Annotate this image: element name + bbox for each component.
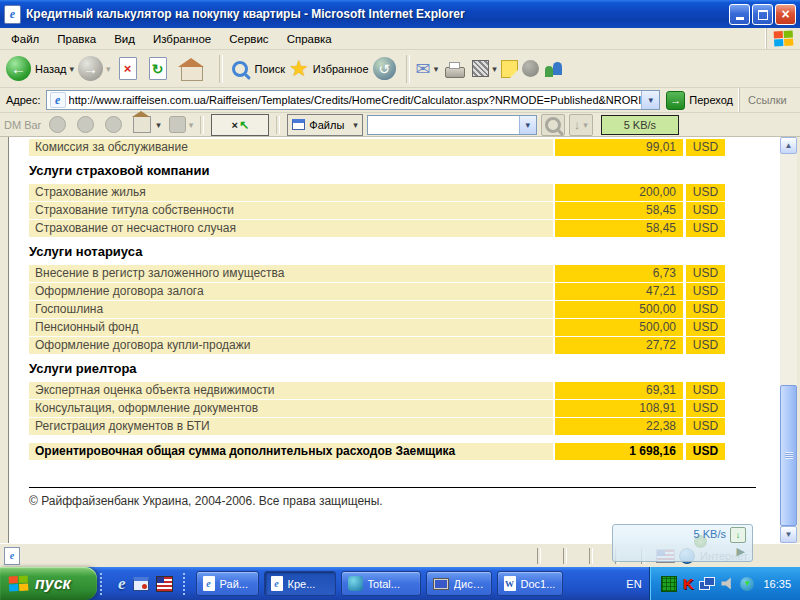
search-button[interactable]: Поиск: [229, 61, 285, 77]
section-title: Услуги страховой компании: [29, 163, 780, 179]
dm-search-button[interactable]: [541, 114, 565, 136]
restore-button[interactable]: [752, 4, 773, 25]
menu-view[interactable]: Вид: [105, 30, 144, 48]
close-button[interactable]: ×: [775, 4, 796, 25]
tray-download-manager-icon[interactable]: ▼: [740, 577, 754, 591]
task-button-1[interactable]: e Рай...: [196, 571, 259, 596]
row-currency: USD: [686, 220, 725, 237]
task-button-2-active[interactable]: e Кре...: [264, 571, 336, 596]
monitor-icon: [433, 578, 449, 590]
table-row: Страхование титула собственности58,45USD: [29, 202, 725, 219]
dm-button-3[interactable]: [105, 116, 122, 133]
tray-grid-icon[interactable]: [661, 576, 677, 592]
total-currency: USD: [686, 443, 725, 460]
edit-button[interactable]: ▾: [472, 60, 497, 77]
web-page: Комиссия за обслуживание 99,01 USD Услуг…: [9, 137, 780, 543]
copyright-text: © Райффайзенбанк Украина, 2004-2006. Все…: [29, 494, 780, 508]
row-label: Оформление договора купли-продажи: [29, 337, 553, 354]
dm-search-combobox[interactable]: ▾: [367, 115, 537, 135]
discuss-button[interactable]: [522, 60, 539, 77]
task-button-4[interactable]: Дисп...: [426, 571, 492, 596]
dm-combo-dropdown-icon[interactable]: ▾: [519, 116, 536, 134]
task-button-5[interactable]: W Doc1...: [497, 571, 563, 596]
scrollbar-thumb[interactable]: [780, 385, 797, 526]
table-row: Консультация, оформление документов108,9…: [29, 400, 725, 417]
dm-download-button[interactable]: ↓ ▾: [569, 114, 593, 136]
vertical-scrollbar[interactable]: ▲ ▼: [780, 137, 797, 543]
row-currency: USD: [686, 202, 725, 219]
quick-launch-disk-icon[interactable]: [156, 576, 173, 592]
tray-volume-icon[interactable]: [721, 577, 734, 590]
scroll-down-button[interactable]: ▼: [780, 526, 797, 543]
start-label: пуск: [35, 575, 71, 593]
row-value: 200,00: [555, 184, 683, 201]
history-button[interactable]: ↺: [373, 57, 396, 80]
notes-button[interactable]: [501, 60, 518, 78]
forward-button[interactable]: → ▾: [78, 56, 111, 81]
dm-button-2[interactable]: [77, 116, 94, 133]
status-divider: [537, 548, 541, 564]
home-button[interactable]: [175, 57, 209, 81]
scroll-up-button[interactable]: ▲: [780, 137, 797, 154]
table-row: Оформление договора залога47,21USD: [29, 283, 725, 300]
taskbar: пуск e e Рай... e Кре... Total... Дисп..…: [0, 567, 800, 600]
dm-dropdown-icon[interactable]: ▾: [189, 120, 194, 130]
mail-button[interactable]: ✉ ▾: [416, 58, 439, 80]
menu-edit[interactable]: Правка: [48, 30, 105, 48]
row-label: Внесение в регистр заложенного имущества: [29, 265, 553, 282]
links-label[interactable]: Ссылки: [748, 94, 787, 106]
popup-play-icon[interactable]: ▶: [737, 545, 745, 558]
start-button[interactable]: пуск: [0, 567, 97, 600]
go-button[interactable]: → Переход: [666, 91, 733, 110]
dm-button-4[interactable]: [169, 116, 186, 133]
back-dropdown-icon[interactable]: ▾: [70, 64, 75, 74]
quick-launch-app-icon[interactable]: [133, 577, 149, 591]
dm-home-icon[interactable]: [133, 116, 151, 133]
dm-files-label: Файлы: [309, 119, 344, 131]
ie-page-icon: e: [4, 5, 21, 24]
favorites-button[interactable]: ★ Избранное: [289, 58, 368, 80]
popup-download-icon[interactable]: ↓: [730, 527, 746, 543]
row-value: 27,72: [555, 337, 683, 354]
dm-home-dropdown-icon[interactable]: ▾: [156, 120, 161, 130]
quick-launch-ie-icon[interactable]: e: [118, 574, 126, 594]
menu-file[interactable]: Файл: [2, 30, 48, 48]
back-label: Назад: [35, 63, 67, 75]
minimize-button[interactable]: [729, 4, 750, 25]
messenger-button[interactable]: [543, 60, 565, 78]
scrollbar-grip-icon: [785, 452, 793, 459]
table-row: Оформление договора купли-продажи27,72US…: [29, 337, 725, 354]
status-page-icon: e: [4, 547, 20, 565]
mail-dropdown-icon[interactable]: ▾: [434, 64, 439, 74]
row-currency: USD: [686, 301, 725, 318]
print-button[interactable]: [442, 59, 468, 78]
tray-network-icon[interactable]: [699, 577, 715, 590]
menu-help[interactable]: Справка: [278, 30, 341, 48]
edit-dropdown-icon[interactable]: ▾: [492, 64, 497, 74]
forward-dropdown-icon[interactable]: ▾: [106, 64, 111, 74]
address-input[interactable]: e http://www.raiffeisen.com.ua/Raiffeise…: [46, 90, 661, 110]
row-currency: USD: [686, 319, 725, 336]
menu-tools[interactable]: Сервис: [220, 30, 277, 48]
favorites-label: Избранное: [313, 63, 369, 75]
address-url[interactable]: http://www.raiffeisen.com.ua/Raiffeisen/…: [69, 94, 642, 106]
print-icon: [445, 67, 465, 78]
tray-antivirus-icon[interactable]: K: [683, 576, 694, 591]
row-value: 22,38: [555, 418, 683, 435]
back-button[interactable]: ← Назад ▾: [6, 56, 74, 81]
dm-files-icon: [292, 119, 305, 130]
menu-favorites[interactable]: Избранное: [144, 30, 220, 48]
row-label: Регистрация документов в БТИ: [29, 418, 553, 435]
dm-files-button[interactable]: Файлы ▾: [287, 114, 362, 136]
refresh-button[interactable]: ↻: [145, 57, 171, 80]
system-tray: K ▼ 16:35: [649, 567, 800, 600]
clock: 16:35: [763, 578, 791, 590]
row-label: Комиссия за обслуживание: [29, 139, 553, 156]
dm-catch-button[interactable]: × ↖: [211, 114, 269, 136]
language-indicator[interactable]: EN: [619, 575, 648, 593]
stop-button[interactable]: ×: [115, 57, 141, 80]
task-button-3[interactable]: Total...: [341, 571, 421, 596]
dm-button-1[interactable]: [49, 116, 66, 133]
address-dropdown-button[interactable]: ▾: [641, 91, 659, 109]
restore-icon: [758, 10, 768, 20]
